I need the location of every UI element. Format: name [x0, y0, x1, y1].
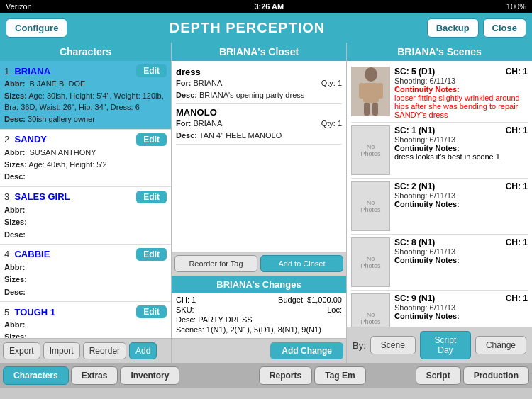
- scene-continuity-text: looser fitting slightly wrinkled around …: [394, 94, 528, 119]
- scene-no-photo: No Photos: [351, 181, 390, 231]
- changes-scenes-row: Scenes: 1(N1), 2(N1), 5(D1), 8(N1), 9(N1…: [176, 325, 342, 334]
- char-num: 5 TOUGH 1: [4, 307, 55, 317]
- scene-shooting: Shooting: 6/11/13: [394, 77, 528, 85]
- top-bar: Configure DEPTH PERCEPTION Backup Close: [0, 13, 532, 43]
- char-item-header: 2 SANDY Edit: [4, 133, 167, 146]
- nav-right: Script Production: [416, 366, 529, 385]
- changes-ch: CH: 1: [176, 296, 196, 304]
- scene-shooting: Shooting: 6/11/13: [394, 303, 528, 312]
- edit-character-button[interactable]: Edit: [136, 248, 167, 261]
- changes-section: BRIANA's Changes CH: 1 Budget: $1,000.00…: [172, 276, 346, 338]
- changes-desc-value: PARTY DRESS: [198, 315, 252, 324]
- scene-sc: SC: 2 (N1): [394, 181, 435, 191]
- left-panel: Characters 1 BRIANA Edit Abbr: B JANE B.…: [0, 43, 172, 363]
- scene-info-header: SC: 9 (N1) CH: 1: [394, 293, 528, 303]
- scene-item[interactable]: No Photos SC: 8 (N1) CH: 1 Shooting: 6/1…: [351, 235, 528, 291]
- char-desc: Desc: 30ish gallery owner: [4, 114, 167, 125]
- add-change-button[interactable]: Add Change: [270, 342, 343, 359]
- changes-budget: Budget: $1,000.00: [278, 296, 342, 304]
- mid-bottom-bar: Add Change: [172, 338, 346, 363]
- closet-item-name: dress: [176, 67, 342, 77]
- scene-info-header: SC: 8 (N1) CH: 1: [394, 237, 528, 247]
- character-item[interactable]: 3 SALES GIRL Edit Abbr:Sizes:Desc:: [0, 187, 171, 245]
- bottom-nav: Characters Extras Inventory Reports Tag …: [0, 363, 532, 388]
- scenes-list: SC: 5 (D1) CH: 1 Shooting: 6/11/13 Conti…: [347, 61, 532, 327]
- time: 3:26 AM: [254, 2, 284, 11]
- nav-center: Reports Tag Em: [209, 366, 416, 385]
- closet-item-detail: For: BRIANA Qty: 1 Desc: BRIANA's openin…: [176, 77, 342, 101]
- backup-button[interactable]: Backup: [427, 18, 479, 38]
- scene-info-header: SC: 2 (N1) CH: 1: [394, 181, 528, 191]
- nav-inventory-button[interactable]: Inventory: [120, 366, 179, 385]
- reorder-tag-button[interactable]: Reorder for Tag: [174, 255, 257, 272]
- edit-character-button[interactable]: Edit: [136, 305, 167, 318]
- scene-item[interactable]: No Photos SC: 9 (N1) CH: 1 Shooting: 6/1…: [351, 291, 528, 327]
- char-num: 2 SANDY: [4, 134, 47, 145]
- char-sizes: Sizes:: [4, 332, 167, 338]
- changes-desc-label: Desc:: [176, 315, 196, 324]
- character-item[interactable]: 5 TOUGH 1 Edit Abbr:Sizes:Desc:: [0, 302, 171, 338]
- char-num: 4 CABBIE: [4, 249, 50, 259]
- svg-rect-1: [363, 83, 379, 103]
- scene-item[interactable]: SC: 5 (D1) CH: 1 Shooting: 6/11/13 Conti…: [351, 64, 528, 123]
- nav-tagem-button[interactable]: Tag Em: [314, 366, 365, 385]
- scene-photo: [351, 67, 390, 116]
- nav-characters-button[interactable]: Characters: [3, 366, 69, 385]
- scenes-header: BRIANA's Scenes: [347, 43, 532, 61]
- closet-item[interactable]: MANOLO For: BRIANA Qty: 1 Desc: TAN 4" H…: [176, 104, 342, 145]
- by-change-button[interactable]: Change: [475, 336, 526, 354]
- scene-continuity-label: Continuity Notes:: [394, 85, 528, 94]
- svg-rect-4: [364, 103, 370, 116]
- char-desc: Desc:: [4, 230, 167, 240]
- nav-extras-button[interactable]: Extras: [71, 366, 118, 385]
- characters-panel-header: Characters: [0, 43, 171, 61]
- add-character-button[interactable]: Add: [129, 342, 157, 359]
- status-bar: Verizon 3:26 AM 100%: [0, 0, 532, 13]
- battery: 100%: [506, 2, 526, 11]
- char-desc: Desc:: [4, 287, 167, 298]
- changes-row-ch-budget: CH: 1 Budget: $1,000.00: [176, 296, 342, 304]
- scene-item[interactable]: No Photos SC: 2 (N1) CH: 1 Shooting: 6/1…: [351, 179, 528, 235]
- char-sizes: Sizes:: [4, 274, 167, 285]
- edit-character-button[interactable]: Edit: [136, 64, 167, 77]
- char-abbr: Abbr:: [4, 262, 167, 273]
- char-item-header: 5 TOUGH 1 Edit: [4, 305, 167, 318]
- export-button[interactable]: Export: [3, 342, 40, 359]
- nav-production-button[interactable]: Production: [463, 366, 529, 385]
- scene-sc: SC: 5 (D1): [394, 67, 435, 77]
- nav-script-button[interactable]: Script: [416, 366, 461, 385]
- edit-character-button[interactable]: Edit: [136, 191, 167, 203]
- scene-info: SC: 9 (N1) CH: 1 Shooting: 6/11/13 Conti…: [394, 293, 528, 327]
- by-scene-button[interactable]: Scene: [370, 336, 416, 354]
- scene-continuity-label: Continuity Notes:: [394, 144, 528, 152]
- edit-character-button[interactable]: Edit: [136, 133, 167, 146]
- main-content: Characters 1 BRIANA Edit Abbr: B JANE B.…: [0, 43, 532, 363]
- import-button[interactable]: Import: [43, 342, 80, 359]
- characters-bottom-bar: Export Import Reorder Add: [0, 338, 171, 363]
- changes-scenes-label: Scenes:: [176, 325, 204, 334]
- scene-shooting: Shooting: 6/11/13: [394, 135, 528, 144]
- scene-shooting: Shooting: 6/11/13: [394, 247, 528, 256]
- scene-info-header: SC: 1 (N1) CH: 1: [394, 125, 528, 135]
- add-to-closet-button[interactable]: Add to Closet: [260, 255, 343, 272]
- character-item[interactable]: 4 CABBIE Edit Abbr:Sizes:Desc:: [0, 245, 171, 302]
- by-bar: By: Scene Script Day Change: [347, 327, 532, 363]
- character-item[interactable]: 1 BRIANA Edit Abbr: B JANE B. DOESizes: …: [0, 61, 171, 130]
- scene-item[interactable]: No Photos SC: 1 (N1) CH: 1 Shooting: 6/1…: [351, 123, 528, 179]
- changes-scenes-value: 1(N1), 2(N1), 5(D1), 8(N1), 9(N1): [206, 325, 321, 334]
- closet-header: BRIANA's Closet: [172, 43, 346, 61]
- scene-sc: SC: 9 (N1): [394, 293, 435, 303]
- nav-left: Characters Extras Inventory: [3, 366, 209, 385]
- closet-item[interactable]: dress For: BRIANA Qty: 1 Desc: BRIANA's …: [176, 64, 342, 104]
- character-item[interactable]: 2 SANDY Edit Abbr: SUSAN ANTHONYSizes: A…: [0, 130, 171, 187]
- scene-ch: CH: 1: [506, 293, 528, 303]
- by-scriptday-button[interactable]: Script Day: [420, 331, 471, 359]
- char-item-header: 3 SALES GIRL Edit: [4, 191, 167, 203]
- close-button[interactable]: Close: [483, 18, 526, 38]
- configure-button[interactable]: Configure: [6, 18, 67, 38]
- char-abbr: Abbr:: [4, 205, 167, 215]
- by-label: By:: [353, 340, 366, 351]
- reorder-button[interactable]: Reorder: [83, 342, 126, 359]
- nav-reports-button[interactable]: Reports: [259, 366, 312, 385]
- char-num: 1 BRIANA: [4, 66, 50, 77]
